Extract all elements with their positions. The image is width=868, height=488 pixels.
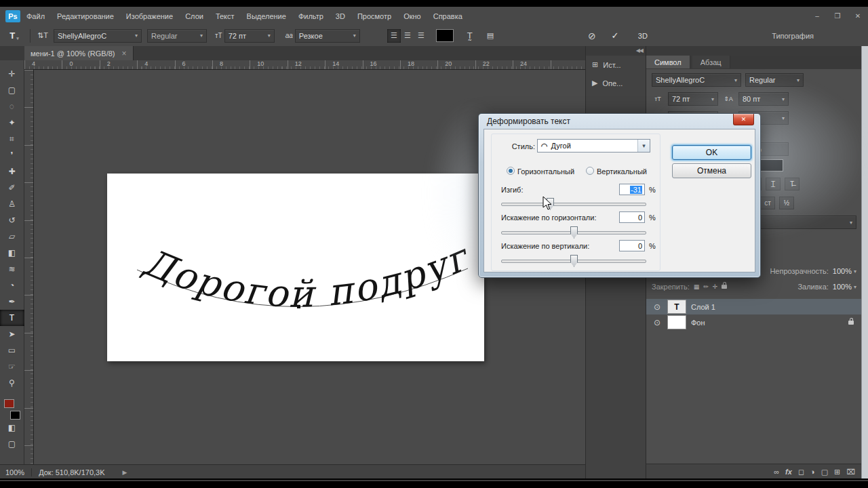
tab-paragraph[interactable]: Абзац xyxy=(692,56,730,68)
blur-tool[interactable]: ≋ xyxy=(0,261,24,277)
history-brush-tool[interactable]: ↺ xyxy=(0,212,24,228)
quick-mask-button[interactable]: ◧ xyxy=(0,420,24,436)
restore-button[interactable]: ❐ xyxy=(827,12,848,20)
fill-value[interactable]: 100% xyxy=(833,283,856,291)
text-layer-thumbnail[interactable]: T xyxy=(667,300,686,314)
document-canvas[interactable]: Дорогой подруге xyxy=(107,174,484,361)
eraser-tool[interactable]: ▱ xyxy=(0,228,24,245)
vertical-radio[interactable] xyxy=(586,167,594,175)
minimize-button[interactable]: – xyxy=(807,12,827,20)
tab-character[interactable]: Символ xyxy=(646,56,690,68)
horizontal-radio[interactable] xyxy=(507,167,515,175)
char-font-select[interactable]: ShellyAllegroC xyxy=(652,73,741,87)
path-selection-tool[interactable]: ➤ xyxy=(0,326,24,342)
dock-scrollbar[interactable] xyxy=(861,46,868,479)
menu-item-edit[interactable]: Редактирование xyxy=(51,12,120,20)
layer-visibility-icon[interactable]: ⊙ xyxy=(652,318,663,327)
opentype-fractions-button[interactable]: ½ xyxy=(779,197,794,209)
document-tab[interactable]: мени-1 @ 100% (RGB/8) × xyxy=(24,46,134,60)
antialias-select[interactable]: Резкое xyxy=(295,29,360,43)
menu-item-select[interactable]: Выделение xyxy=(241,12,292,20)
warped-text[interactable]: Дорогой подруге xyxy=(107,174,477,316)
lasso-tool[interactable]: ◌ xyxy=(0,98,24,115)
font-style-select[interactable]: Regular xyxy=(147,29,207,43)
background-layer-thumbnail[interactable] xyxy=(667,315,686,329)
char-leading-select[interactable]: 80 пт xyxy=(738,92,789,106)
type-tool[interactable]: T xyxy=(0,310,24,326)
adjustment-layer-icon[interactable]: ◑ xyxy=(810,468,815,476)
align-right-button[interactable]: ☰ xyxy=(414,29,428,43)
history-panel-button[interactable]: ⊞ Ист... xyxy=(586,56,646,74)
font-size-select[interactable]: 72 пт xyxy=(224,29,275,43)
layer-row-background[interactable]: ⊙ Фон xyxy=(646,314,862,330)
layer-mask-icon[interactable]: ◻ xyxy=(798,468,804,476)
layer-effects-icon[interactable]: fx xyxy=(785,468,792,476)
menu-item-file[interactable]: Файл xyxy=(20,12,51,20)
lock-pixels-icon[interactable]: ✏ xyxy=(703,283,709,290)
toggle-panels-button[interactable]: ▤ xyxy=(484,29,497,43)
opentype-standard-ligatures-button[interactable]: ст xyxy=(760,197,775,209)
warped-text-object[interactable]: Дорогой подруге xyxy=(107,174,484,361)
warp-style-select[interactable]: ◠ Дугой xyxy=(537,139,650,152)
strikethrough-button[interactable]: T̶ xyxy=(785,178,800,190)
background-color-swatch[interactable] xyxy=(10,411,20,420)
eyedropper-tool[interactable]: ❜ xyxy=(0,147,24,163)
font-family-select[interactable]: ShellyAllegroC xyxy=(54,29,142,43)
screen-mode-button[interactable]: ▢ xyxy=(0,436,24,452)
char-style-select[interactable]: Regular xyxy=(745,73,804,87)
hand-tool[interactable]: ☞ xyxy=(0,359,24,375)
bend-slider[interactable] xyxy=(501,203,646,206)
move-tool[interactable]: ✛ xyxy=(0,66,24,82)
layer-name[interactable]: Фон xyxy=(691,319,705,327)
3d-button[interactable]: 3D xyxy=(638,32,648,40)
menu-item-help[interactable]: Справка xyxy=(427,12,469,20)
dialog-close-button[interactable]: ✕ xyxy=(733,114,754,125)
quick-selection-tool[interactable]: ✦ xyxy=(0,115,24,131)
text-color-swatch[interactable] xyxy=(436,29,454,42)
status-expand-icon[interactable]: ▶ xyxy=(123,469,127,476)
new-layer-icon[interactable]: ⊞ xyxy=(834,468,840,476)
workspace-switcher[interactable]: Типография xyxy=(772,32,814,40)
dodge-tool[interactable]: ◔ xyxy=(0,277,24,293)
bend-value-input[interactable]: -31 xyxy=(619,184,645,195)
actions-panel-button[interactable]: ▶ Опе... xyxy=(586,74,646,92)
menu-item-layers[interactable]: Слои xyxy=(179,12,210,20)
layer-group-icon[interactable]: ▢ xyxy=(821,468,828,476)
marquee-tool[interactable]: ▢ xyxy=(0,82,24,98)
close-window-button[interactable]: ✕ xyxy=(848,12,868,20)
menu-item-window[interactable]: Окно xyxy=(397,12,427,20)
color-swatches[interactable] xyxy=(3,399,22,420)
healing-brush-tool[interactable]: ✚ xyxy=(0,163,24,180)
gradient-tool[interactable]: ◧ xyxy=(0,245,24,261)
lock-position-icon[interactable]: ✛ xyxy=(713,283,718,290)
horizontal-distortion-slider[interactable] xyxy=(501,231,646,235)
underline-button[interactable]: T̲ xyxy=(766,178,781,190)
vertical-distortion-slider[interactable] xyxy=(501,260,646,263)
cancel-edits-button[interactable]: ⊘ xyxy=(585,29,599,43)
cancel-button[interactable]: Отмена xyxy=(672,163,751,178)
foreground-color-swatch[interactable] xyxy=(4,399,14,408)
cl one-stamp-tool[interactable]: ♙ xyxy=(0,196,24,212)
pen-tool[interactable]: ✒ xyxy=(0,293,24,310)
link-layers-icon[interactable]: ∞ xyxy=(774,468,779,476)
menu-item-view[interactable]: Просмотр xyxy=(351,12,397,20)
ok-button[interactable]: OK xyxy=(672,145,751,160)
align-center-button[interactable]: ☰ xyxy=(401,29,414,43)
layer-name[interactable]: Слой 1 xyxy=(691,303,715,311)
lock-transparency-icon[interactable]: ▦ xyxy=(694,283,700,290)
crop-tool[interactable]: ⌗ xyxy=(0,131,24,147)
text-orientation-toggle[interactable]: ⇅T xyxy=(36,29,50,43)
shape-tool[interactable]: ▭ xyxy=(0,342,24,359)
lock-all-icon[interactable] xyxy=(722,285,727,289)
zoom-level-field[interactable]: 100% xyxy=(5,468,24,476)
align-left-button[interactable]: ☰ xyxy=(387,29,401,43)
warp-text-button[interactable]: T̰ xyxy=(463,29,477,43)
menu-item-image[interactable]: Изображение xyxy=(120,12,179,20)
tool-preset-button[interactable]: T xyxy=(4,28,24,44)
delete-layer-icon[interactable]: ⌧ xyxy=(846,468,855,476)
zoom-tool[interactable]: ⚲ xyxy=(0,375,24,391)
menu-item-type[interactable]: Текст xyxy=(210,12,241,20)
brush-tool[interactable]: ✐ xyxy=(0,180,24,196)
layer-row-text[interactable]: ⊙ T Слой 1 xyxy=(646,299,862,314)
commit-edits-button[interactable]: ✓ xyxy=(608,29,622,43)
